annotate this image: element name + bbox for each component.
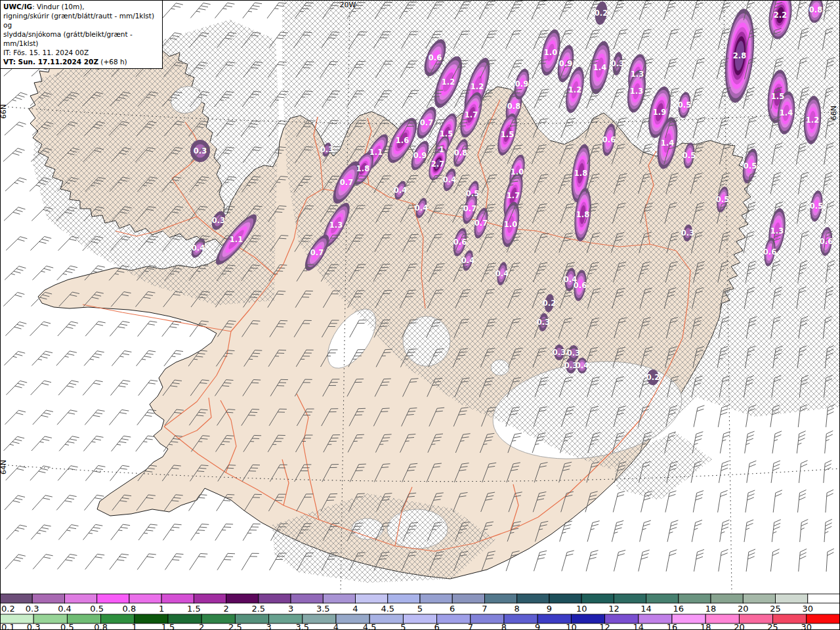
colorbar-segment	[776, 594, 808, 603]
precip-value-label: 0.8	[507, 102, 520, 111]
precip-value-label: 1.2	[442, 77, 455, 87]
colorbar-tick-label: 10	[576, 604, 587, 614]
colorbar-tick-label: 8	[514, 604, 520, 614]
colorbar-tick-label: 4	[333, 622, 339, 630]
precip-value-label: 1.3	[329, 220, 343, 230]
colorbar-tick-label: 3.5	[316, 604, 330, 614]
title-line-2: rigning/skúrir (grænt/blátt/rautt - mm/1…	[3, 11, 159, 30]
precip-value-label: 0.7	[463, 204, 476, 213]
colorbar-tick-label: 18	[700, 622, 711, 630]
colorbar-tick-label: 14	[633, 622, 644, 630]
precip-value-label: 1.8	[574, 169, 587, 178]
colorbar-tick-label: 2.5	[228, 622, 242, 630]
colorbar-segment	[291, 594, 323, 603]
precip-value-label: 0.5	[682, 151, 696, 160]
precip-value-label: 0.4	[192, 243, 205, 253]
precip-value-label: 1.8	[356, 164, 369, 173]
precip-value-label: 0.4	[443, 175, 456, 184]
colorbar-segment	[471, 614, 504, 623]
precip-value-label: 0.3	[537, 318, 550, 327]
colorbar-tick-label: 2	[199, 622, 204, 630]
colorbar-tick-label: 18	[705, 604, 717, 614]
map-canvas: 20W66N64N66N0.61.21.21.70.80.90.71.61.51…	[0, 0, 840, 630]
precip-value-label: 0.6	[453, 238, 467, 247]
precip-value-label: 1.1	[230, 235, 243, 244]
colorbar-tick-label: 4.5	[381, 604, 394, 614]
title-line-3: slydda/snjókoma (grátt/bleikt/grænt - mm…	[3, 30, 159, 48]
colorbar-tick-label: 5	[417, 604, 423, 614]
precip-value-label: 0.5	[716, 195, 729, 204]
colorbar-tick-label: 9	[547, 604, 552, 614]
colorbar-segment	[403, 614, 436, 623]
colorbar-tick-label: 20	[738, 604, 749, 614]
colorbar-tick-label: 0.2	[1, 604, 15, 614]
colorbar-tick-label: 4	[352, 604, 358, 614]
precip-value-label: 0.2	[543, 299, 556, 308]
precip-value-label: 0.6	[602, 135, 616, 144]
precip-value-label: 2.8	[733, 51, 746, 60]
precip-value-label: 0.7	[474, 219, 488, 228]
precip-value-label: 1.3	[630, 87, 643, 96]
precip-value-label: 1.0	[504, 220, 517, 229]
colorbar-segment	[356, 594, 388, 603]
precip-value-label: 0.4	[461, 256, 474, 265]
colorbar-tick-label: 3	[266, 622, 271, 630]
colorbar-tick-label: 4.5	[363, 622, 377, 630]
colorbar-segment	[0, 594, 32, 603]
title-line-1: UWC/IG: Vindur (10m),	[3, 2, 159, 11]
precip-value-label: 1.5	[771, 92, 784, 101]
precip-value-label: 1.4	[661, 138, 674, 148]
colorbar-segment	[323, 594, 355, 603]
precip-value-label: 1.3	[770, 226, 784, 236]
precip-value-label: 0.9	[515, 79, 528, 89]
colorbar-segment	[504, 614, 537, 623]
precip-value-label: 1.7	[465, 110, 478, 119]
precip-value-label: 0.4	[495, 269, 509, 278]
colorbar-segment	[226, 594, 259, 603]
precip-value-label: 0.8	[809, 5, 822, 14]
precip-value-label: 1.4	[593, 63, 606, 72]
colorbar-segment	[614, 594, 646, 603]
colorbar-segment	[517, 594, 549, 603]
colorbar-segment	[711, 594, 743, 603]
precip-value-label: 0.3	[320, 145, 333, 154]
colorbar-segment	[679, 594, 711, 603]
precip-value-label: 2.2	[774, 10, 787, 20]
precip-value-label: 1	[439, 145, 444, 154]
colorbar-tick-label: 16	[667, 622, 678, 630]
colorbar-tick-label: 12	[608, 604, 620, 614]
colorbar-tick-label: 2	[223, 604, 228, 614]
colorbar-tick-label: 20	[734, 622, 745, 630]
precip-value-label: 0.3	[567, 348, 580, 358]
precip-value-label: 0.5	[810, 201, 823, 211]
precip-value-label: 1.8	[576, 210, 589, 219]
precip-value-label: 0.3	[611, 59, 624, 68]
colorbar-tick-label: 2.5	[251, 604, 265, 614]
colorbar-tick-label: 30	[803, 604, 814, 614]
precip-value-label: 0.3	[194, 146, 207, 156]
colorbar-tick-label: 0.5	[90, 604, 104, 614]
title-line-4: IT: Fös. 15. 11. 2024 00Z	[3, 48, 159, 57]
colorbar-tick-label: 6	[450, 604, 455, 614]
colorbar-tick-label: 0.5	[60, 622, 74, 630]
colorbar-segment	[646, 594, 679, 603]
precip-value-label: 1.5	[501, 130, 514, 139]
colorbar-tick-label: 9	[535, 622, 540, 630]
precip-value-label: 0.5	[678, 100, 691, 110]
precip-value-label: 0.6	[429, 53, 442, 62]
precip-value-label: 1.0	[511, 167, 524, 177]
title-box: UWC/IG: Vindur (10m), rigning/skúrir (gr…	[0, 0, 163, 69]
precip-value-label: 1.3	[631, 70, 644, 79]
colorbar-segment	[161, 594, 194, 603]
colorbar-tick-label: 0.1	[1, 622, 15, 630]
graticule-label: 20W	[340, 1, 356, 9]
precip-value-label: 0.7	[310, 248, 324, 257]
precip-value-label: 1.7	[507, 191, 520, 200]
precip-value-label: 0.3	[212, 216, 225, 225]
precip-value-label: 0.3	[681, 228, 694, 238]
colorbar-segment	[420, 594, 452, 603]
precip-value-label: 0.4	[394, 186, 407, 195]
colorbar-tick-label: 6	[434, 622, 439, 630]
colorbar-segment	[743, 594, 775, 603]
graticule-label: 64N	[0, 460, 8, 474]
